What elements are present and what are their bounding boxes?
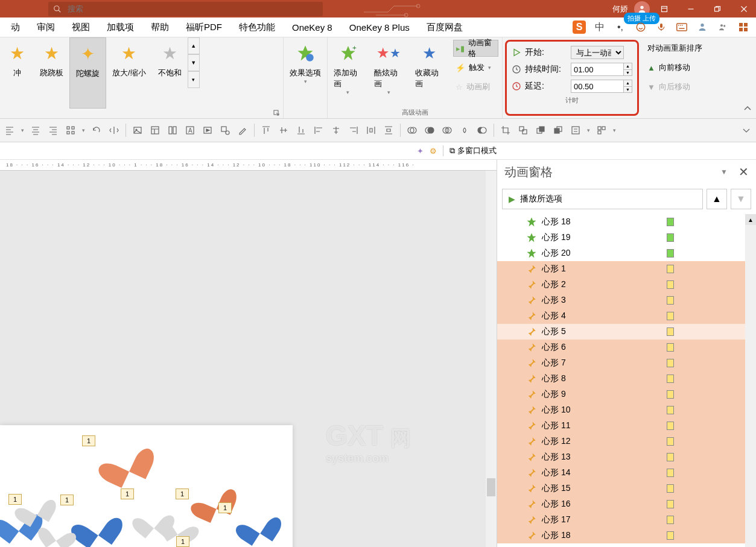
- tab-view[interactable]: 视图: [63, 17, 98, 37]
- textbox-a-icon[interactable]: A: [184, 124, 196, 136]
- pencil-icon[interactable]: [237, 124, 249, 136]
- ime-zh-icon[interactable]: 中: [593, 21, 606, 34]
- align-bottom-icon[interactable]: [295, 124, 307, 136]
- heart-shape[interactable]: [241, 508, 276, 543]
- play-icon[interactable]: [202, 124, 214, 136]
- move-down-button[interactable]: ▼: [731, 189, 751, 209]
- align-left-icon[interactable]: [4, 124, 16, 136]
- anim-impact[interactable]: ★冲: [0, 37, 34, 109]
- anim-list-item[interactable]: 心形 18: [497, 528, 756, 543]
- maximize-button[interactable]: [705, 0, 729, 17]
- canvas-vscroll[interactable]: ▼: [486, 171, 497, 547]
- duration-down[interactable]: ▼: [624, 70, 632, 76]
- heart-shape[interactable]: [19, 492, 51, 524]
- magic-button[interactable]: ✦: [417, 147, 424, 156]
- animation-tag[interactable]: 1: [176, 489, 189, 499]
- close-button[interactable]: [732, 0, 756, 17]
- tab-animations-partial[interactable]: 动: [2, 17, 28, 37]
- anim-list-item[interactable]: 心形 19: [497, 230, 756, 245]
- settings-button[interactable]: ⚙: [430, 147, 437, 156]
- grid-icon[interactable]: [737, 21, 750, 34]
- align-r-icon[interactable]: [348, 124, 360, 136]
- trigger-button[interactable]: ⚡触发▾: [453, 59, 498, 76]
- smiley-icon[interactable]: [634, 21, 647, 34]
- flip-h-icon[interactable]: [108, 124, 120, 136]
- slide-stage[interactable]: [0, 425, 293, 547]
- tab-special[interactable]: 特色功能: [230, 17, 284, 37]
- add-animation-button[interactable]: +添加动画▾: [328, 37, 368, 107]
- start-select[interactable]: 与上一动画...: [571, 46, 624, 59]
- anim-list-item[interactable]: 心形 18: [497, 214, 756, 230]
- animation-tag[interactable]: 1: [60, 495, 74, 505]
- anim-teeter[interactable]: ★跷跷板: [34, 37, 69, 109]
- anim-list-item[interactable]: 心形 20: [497, 245, 756, 261]
- ime-s-icon[interactable]: S: [573, 21, 586, 34]
- animpane-close-icon[interactable]: ✕: [739, 165, 749, 179]
- keyboard-icon[interactable]: [675, 21, 688, 34]
- anim-list-item[interactable]: 心形 6: [497, 340, 756, 355]
- collapse-ribbon-button[interactable]: [743, 104, 752, 116]
- fav-animation-button[interactable]: ★收藏动画: [409, 37, 449, 107]
- intersect-icon[interactable]: [459, 124, 471, 136]
- slide-canvas[interactable]: 18 · · · 16 · · · 14 · · · 12 · · · 10 ·…: [0, 160, 497, 547]
- align-l-icon[interactable]: [313, 124, 325, 136]
- anim-list-item[interactable]: 心形 11: [497, 418, 756, 434]
- cool-animation-button[interactable]: ★★酷炫动画▾: [368, 37, 408, 107]
- anim-list-item[interactable]: 心形 15: [497, 481, 756, 496]
- delay-down[interactable]: ▼: [624, 87, 632, 93]
- heart-shape[interactable]: [103, 438, 149, 485]
- gallery-down[interactable]: ▼: [188, 54, 200, 71]
- grid-toggle-icon[interactable]: [65, 124, 77, 136]
- move-up-button[interactable]: ▲: [707, 189, 727, 209]
- dialog-launcher-icon[interactable]: [273, 110, 279, 116]
- more-icon[interactable]: [596, 124, 608, 136]
- tab-onekey8plus[interactable]: OneKey 8 Plus: [341, 17, 418, 37]
- subtract-icon[interactable]: [476, 124, 488, 136]
- rotate-icon[interactable]: [91, 124, 103, 136]
- send-back-icon[interactable]: [552, 124, 564, 136]
- minimize-button[interactable]: [679, 0, 703, 17]
- layout-icon[interactable]: [149, 124, 161, 136]
- gallery-scroll[interactable]: ▲▼▾: [188, 37, 200, 88]
- ime-punct-icon[interactable]: •,: [614, 21, 627, 34]
- duration-up[interactable]: ▲: [624, 63, 632, 70]
- align-top-icon[interactable]: [260, 124, 272, 136]
- tab-baidu[interactable]: 百度网盘: [418, 17, 471, 37]
- anim-list-item[interactable]: 心形 17: [497, 512, 756, 528]
- tab-addins[interactable]: 加载项: [98, 17, 142, 37]
- anim-list-item[interactable]: 心形 2: [497, 277, 756, 292]
- multi-window-button[interactable]: ⧉多窗口模式: [449, 145, 497, 156]
- gallery-up[interactable]: ▲: [188, 37, 200, 54]
- union-icon[interactable]: [406, 124, 418, 136]
- anim-list-item[interactable]: 心形 9: [497, 387, 756, 402]
- animlist-scrollbar[interactable]: ▲▼: [745, 214, 756, 547]
- anim-list-item[interactable]: 心形 10: [497, 402, 756, 418]
- delay-input[interactable]: [571, 80, 624, 93]
- align-middle-icon[interactable]: [278, 124, 290, 136]
- animation-tag[interactable]: 1: [8, 494, 22, 505]
- anim-list-item[interactable]: 心形 5: [497, 324, 756, 340]
- delay-up[interactable]: ▲: [624, 80, 632, 87]
- tab-review[interactable]: 审阅: [28, 17, 63, 37]
- distribute-v-icon[interactable]: [383, 124, 395, 136]
- distribute-h-icon[interactable]: [365, 124, 377, 136]
- search-input[interactable]: [68, 4, 318, 13]
- heart-shape[interactable]: [78, 507, 116, 545]
- anim-list-item[interactable]: 心形 8: [497, 371, 756, 387]
- anim-list-item[interactable]: 心形 1: [497, 261, 756, 277]
- animpane-dropdown-icon[interactable]: ▼: [720, 168, 728, 176]
- tab-onekey8[interactable]: OneKey 8: [284, 17, 341, 37]
- move-earlier-button[interactable]: ▲向前移动: [645, 59, 705, 76]
- customize-qat-icon[interactable]: [740, 124, 752, 136]
- animation-tag[interactable]: 1: [218, 502, 232, 513]
- anim-spin[interactable]: ✦陀螺旋: [69, 37, 106, 109]
- anim-list-item[interactable]: 心形 4: [497, 308, 756, 324]
- effect-options-button[interactable]: 效果选项▾: [284, 37, 327, 118]
- animation-tag[interactable]: 1: [82, 435, 95, 446]
- heart-shape[interactable]: [43, 520, 71, 547]
- anim-growshrink[interactable]: ★放大/缩小: [106, 37, 152, 109]
- animation-tag[interactable]: 1: [121, 489, 134, 499]
- mic-icon[interactable]: [655, 21, 668, 34]
- group-icon[interactable]: [517, 124, 529, 136]
- anim-list-item[interactable]: 心形 13: [497, 449, 756, 465]
